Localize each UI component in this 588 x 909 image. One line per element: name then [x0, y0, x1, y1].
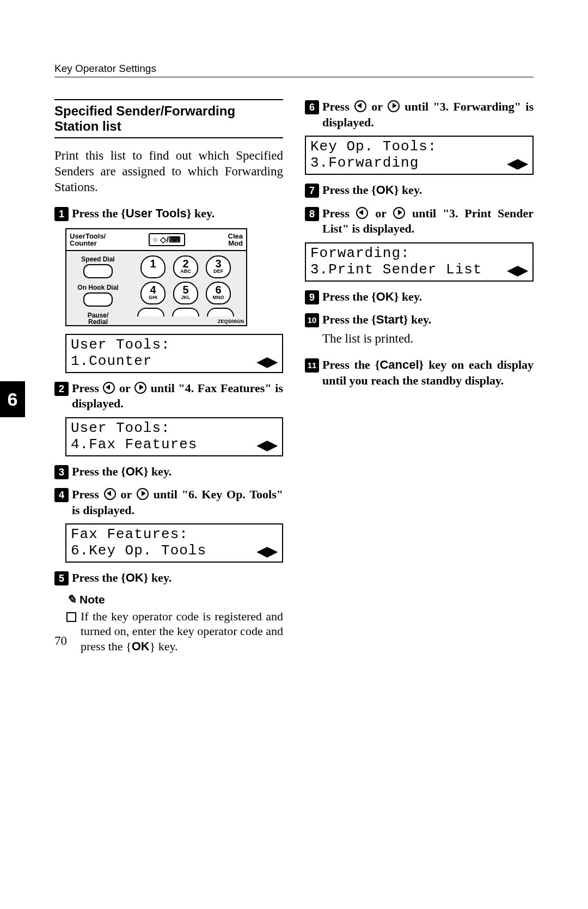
lcd-user-tools-4: User Tools: 4.Fax Features ◀▶	[65, 417, 283, 456]
step-number-icon: 7	[305, 184, 319, 198]
step-1: 1 Press the {User Tools} key.	[54, 206, 283, 222]
step-number-icon: 3	[54, 465, 69, 479]
step-11-text: Press the {Cancel} key on each display u…	[322, 357, 534, 388]
section-title: Specified Sender/Forwarding Station list	[54, 99, 283, 138]
key-9-partial	[207, 308, 234, 316]
step-number-icon: 2	[54, 382, 69, 396]
step-number-icon: 1	[54, 207, 69, 221]
key-5: 5JKL	[173, 282, 198, 304]
lcd-line: 3.Print Sender List	[310, 262, 482, 278]
right-arrow-icon	[393, 207, 405, 219]
lcd-line: User Tools:	[71, 337, 170, 353]
lcd-forwarding-3: Forwarding: 3.Print Sender List ◀▶	[305, 242, 534, 282]
page: 6 Key Operator Settings Specified Sender…	[0, 0, 588, 686]
step-number-icon: 6	[305, 100, 319, 114]
step-8: 8 Press or until "3. Print Sender List" …	[305, 206, 534, 237]
keypad-figure: UserTools/ Counter ○◇/⌨ Clea Mod Speed D…	[65, 228, 247, 326]
on-hook-dial-label: On Hook Dial	[71, 284, 125, 291]
left-right-arrow-icon: ◀▶	[257, 544, 278, 559]
pause-redial-label: Pause/ Redial	[71, 312, 125, 325]
step-11: 11 Press the {Cancel} key on each displa…	[305, 357, 534, 388]
keypad-top-right-label: Clea Mod	[228, 233, 243, 247]
lcd-line: 6.Key Op. Tools	[71, 543, 206, 559]
key-1: 1	[140, 255, 166, 278]
page-number: 70	[54, 634, 67, 648]
right-column: 6 Press or until "3. Forwarding" is disp…	[305, 99, 534, 654]
lcd-line: 1.Counter	[71, 353, 152, 370]
step-7: 7 Press the {OK} key.	[305, 182, 534, 198]
lcd-line: 3.Forwarding	[310, 155, 419, 172]
chapter-tab: 6	[0, 381, 25, 417]
right-arrow-icon	[134, 382, 146, 394]
keypad-top-left-label: UserTools/ Counter	[70, 233, 106, 247]
lcd-user-tools-1: User Tools: 1.Counter ◀▶	[65, 334, 283, 373]
step-9: 9 Press the {OK} key.	[305, 289, 534, 305]
step-2: 2 Press or until "4. Fax Features" is di…	[54, 381, 283, 412]
step-9-text: Press the {OK} key.	[322, 289, 534, 305]
note-bullet-icon	[66, 612, 76, 622]
step-10-result: The list is printed.	[322, 331, 534, 347]
left-right-arrow-icon: ◀▶	[507, 263, 528, 278]
step-2-text: Press or until "4. Fax Features" is disp…	[72, 381, 283, 412]
key-4: 4GHI	[140, 282, 166, 304]
step-8-text: Press or until "3. Print Sender List" is…	[322, 206, 534, 237]
left-arrow-icon	[354, 100, 366, 112]
step-10-text: Press the {Start} key.	[322, 312, 534, 328]
note-item: If the key operator code is registered a…	[66, 609, 283, 654]
left-right-arrow-icon: ◀▶	[257, 437, 278, 453]
keypad-number-grid: 1 2ABC 3DEF 4GHI 5JKL 6MNO	[130, 255, 242, 325]
note-heading: ✎ Note	[66, 593, 283, 607]
note-label: Note	[79, 593, 105, 606]
step-number-icon: 10	[305, 313, 319, 327]
left-right-arrow-icon: ◀▶	[257, 354, 278, 369]
step-number-icon: 5	[54, 571, 69, 585]
step-number-icon: 11	[305, 358, 319, 373]
lcd-line: Fax Features:	[71, 527, 188, 543]
step-1-text: Press the {User Tools} key.	[72, 206, 283, 222]
step-4-text: Press or until "6. Key Op. Tools" is dis…	[72, 487, 283, 518]
pencil-icon: ✎	[66, 593, 76, 607]
user-tools-key-chip: ○◇/⌨	[149, 233, 185, 246]
key-7-partial	[137, 308, 164, 316]
two-column-layout: Specified Sender/Forwarding Station list…	[54, 99, 534, 654]
left-arrow-icon	[104, 488, 116, 500]
lcd-key-op-3: Key Op. Tools: 3.Forwarding ◀▶	[305, 136, 534, 175]
step-5-text: Press the {OK} key.	[72, 570, 283, 586]
step-4: 4 Press or until "6. Key Op. Tools" is d…	[54, 487, 283, 518]
step-number-icon: 9	[305, 290, 319, 304]
left-column: Specified Sender/Forwarding Station list…	[54, 99, 283, 654]
step-10: 10 Press the {Start} key.	[305, 312, 534, 328]
step-5: 5 Press the {OK} key.	[54, 570, 283, 586]
lcd-line: User Tools:	[71, 420, 170, 437]
keypad-left-labels: Speed Dial On Hook Dial Pause/ Redial	[71, 255, 125, 325]
lcd-line: Key Op. Tools:	[310, 139, 437, 155]
left-arrow-icon	[356, 207, 368, 219]
key-6: 6MNO	[206, 282, 231, 304]
key-3: 3DEF	[206, 255, 231, 278]
lcd-line: Forwarding:	[310, 246, 410, 262]
figure-code: ZEQS06GN	[218, 319, 244, 324]
right-arrow-icon	[388, 100, 400, 112]
key-2: 2ABC	[173, 255, 198, 278]
step-7-text: Press the {OK} key.	[322, 182, 534, 198]
step-number-icon: 4	[54, 488, 69, 502]
on-hook-dial-button	[83, 292, 113, 307]
key-8-partial	[172, 308, 199, 316]
speed-dial-label: Speed Dial	[71, 255, 125, 263]
lcd-fax-features-6: Fax Features: 6.Key Op. Tools ◀▶	[65, 523, 283, 563]
step-6: 6 Press or until "3. Forwarding" is disp…	[305, 99, 534, 130]
note-text: If the key operator code is registered a…	[81, 609, 283, 654]
intro-paragraph: Print this list to find out which Specif…	[54, 148, 283, 195]
step-3-text: Press the {OK} key.	[72, 464, 283, 480]
speed-dial-button	[83, 264, 113, 278]
left-right-arrow-icon: ◀▶	[507, 156, 528, 171]
running-header: Key Operator Settings	[54, 63, 534, 77]
left-arrow-icon	[103, 382, 115, 394]
right-arrow-icon	[137, 488, 149, 500]
step-6-text: Press or until "3. Forwarding" is displa…	[322, 99, 534, 130]
step-3: 3 Press the {OK} key.	[54, 464, 283, 480]
step-number-icon: 8	[305, 207, 319, 221]
lcd-line: 4.Fax Features	[71, 437, 197, 453]
